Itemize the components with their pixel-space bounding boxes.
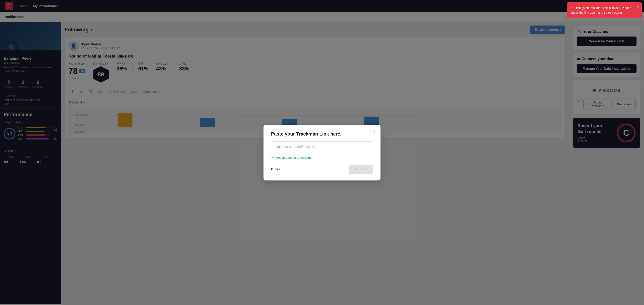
modal-close-icon[interactable]: × bbox=[373, 128, 376, 134]
trackman-link-input[interactable] bbox=[271, 142, 373, 152]
modal-title: Paste your Trackman Link here. bbox=[271, 131, 373, 137]
modal-overlay: Paste your Trackman Link here. × ✔ Repor… bbox=[0, 0, 644, 304]
warning-icon: ⚠ bbox=[570, 6, 573, 10]
error-banner: ⚠ The given trackman link is invalid. Pl… bbox=[567, 2, 642, 18]
error-close-button[interactable]: × bbox=[637, 5, 639, 9]
trackman-modal: Paste your Trackman Link here. × ✔ Repor… bbox=[264, 125, 380, 180]
modal-actions: Close Submit bbox=[271, 164, 373, 174]
modal-close-button[interactable]: Close bbox=[271, 165, 280, 174]
modal-submit-button[interactable]: Submit bbox=[349, 164, 373, 174]
success-check-icon: ✔ bbox=[271, 156, 274, 160]
success-message: ✔ Report sent for processing bbox=[271, 156, 373, 160]
